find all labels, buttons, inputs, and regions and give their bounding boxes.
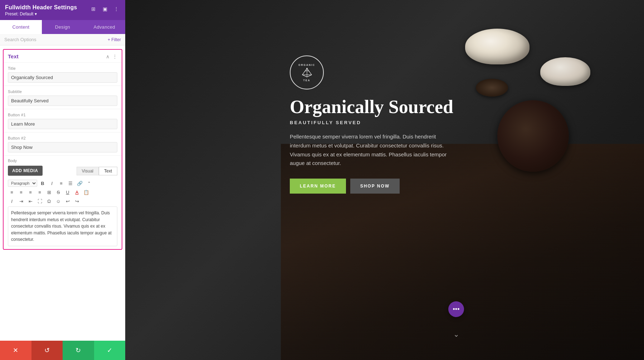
button1-field-group: Button #1 (4, 109, 122, 132)
search-bar: + Filter (0, 34, 125, 45)
preview-title: Organically Sourced (290, 97, 454, 117)
tea-pile-small (476, 79, 508, 97)
indent-button[interactable]: ⇥ (17, 197, 25, 205)
preview-buttons: LEARN MORE SHOP NOW (290, 179, 454, 194)
toolbar-row-3: I ⇥ ⇤ ⛶ Ω ☺ ↩ ↪ (8, 197, 117, 205)
toolbar-row-2: ≡ ≡ ≡ ≡ ⊞ S U A 📋 (8, 188, 117, 196)
subtitle-field-group: Subtitle (4, 86, 122, 109)
preview-body-text: Pellentesque semper viverra lorem vel fr… (290, 132, 454, 168)
undo-button[interactable]: ↺ (31, 341, 63, 360)
italic2-button[interactable]: I (8, 197, 16, 205)
section-more-icon[interactable]: ⋮ (112, 54, 117, 59)
cancel-button[interactable]: ✕ (0, 341, 31, 360)
strikethrough-button[interactable]: S (54, 188, 62, 196)
panel-header-icons: ⊞ ▣ ⋮ (89, 5, 120, 13)
preset-label[interactable]: Preset: Default ▾ (5, 11, 77, 16)
paragraph-select[interactable]: Paragraph (8, 180, 37, 187)
special-chars-button[interactable]: Ω (45, 197, 53, 205)
text-color-button[interactable]: A (73, 188, 81, 196)
logo-circle: ORGANIC TEA (290, 55, 324, 89)
underline-button[interactable]: U (64, 188, 72, 196)
button2-label: Button #2 (8, 136, 117, 140)
logo-leaf-icon (299, 67, 314, 78)
more-options-icon[interactable]: ⋮ (112, 5, 120, 13)
panel-header: Fullwidth Header Settings Preset: Defaul… (0, 0, 125, 20)
panel-header-left: Fullwidth Header Settings Preset: Defaul… (5, 4, 77, 16)
title-input[interactable] (8, 72, 117, 83)
redo-editor-button[interactable]: ↪ (73, 197, 81, 205)
button1-input[interactable] (8, 119, 117, 129)
table-button[interactable]: ⊞ (45, 188, 53, 196)
subtitle-input[interactable] (8, 96, 117, 106)
text-section: Text ∧ ⋮ Title Subtitle Button #1 (3, 49, 122, 250)
outdent-button[interactable]: ⇤ (26, 197, 34, 205)
blockquote-button[interactable]: " (85, 179, 93, 187)
shop-now-button[interactable]: SHOP NOW (350, 179, 400, 194)
link-button[interactable]: 🔗 (76, 179, 84, 187)
ordered-list-button[interactable]: ☰ (67, 179, 74, 187)
tab-content[interactable]: Content (0, 20, 42, 34)
align-justify-button[interactable]: ≡ (36, 188, 44, 196)
settings-panel: Fullwidth Header Settings Preset: Defaul… (0, 0, 125, 360)
editor-mode-tabs: Visual Text (77, 167, 117, 175)
body-editor-section: Body ADD MEDIA Visual Text Paragraph B I… (4, 156, 122, 249)
button1-label: Button #1 (8, 113, 117, 117)
panel-content: Text ∧ ⋮ Title Subtitle Button #1 (0, 45, 125, 341)
filter-button[interactable]: + Filter (108, 37, 121, 42)
panel-bottom-bar: ✕ ↺ ↻ ✓ (0, 341, 125, 360)
preview-content: Organically Sourced BEAUTIFULLY SERVED P… (290, 97, 454, 194)
panel-tabs: Content Design Advanced (0, 20, 125, 34)
text-section-controls: ∧ ⋮ (106, 54, 117, 59)
text-mode-btn[interactable]: Text (99, 167, 117, 175)
undo-editor-button[interactable]: ↩ (64, 197, 72, 205)
logo-text-top: ORGANIC (298, 64, 315, 66)
scroll-down-icon[interactable]: ⌄ (453, 330, 459, 339)
settings-icon[interactable]: ⊞ (89, 5, 97, 13)
tab-advanced[interactable]: Advanced (83, 20, 125, 34)
subtitle-label: Subtitle (8, 89, 117, 94)
search-input[interactable] (4, 37, 106, 42)
italic-button[interactable]: I (48, 179, 56, 187)
add-media-button[interactable]: ADD MEDIA (8, 166, 43, 176)
toolbar-row-1: Paragraph B I ≡ ☰ 🔗 " (8, 179, 117, 187)
svg-point-0 (306, 68, 307, 69)
title-field-group: Title (4, 63, 122, 86)
tab-design[interactable]: Design (42, 20, 84, 34)
title-label: Title (8, 66, 117, 70)
visual-mode-btn[interactable]: Visual (77, 167, 99, 175)
preview-area: ORGANIC TEA Organically Sourced BEAUTIFU… (125, 0, 644, 360)
align-right-button[interactable]: ≡ (26, 188, 34, 196)
bold-button[interactable]: B (39, 179, 47, 187)
paste-button[interactable]: 📋 (82, 188, 90, 196)
tea-bowl-small (540, 57, 590, 86)
emoji-button[interactable]: ☺ (54, 197, 62, 205)
preview-subtitle: BEAUTIFULLY SERVED (290, 120, 454, 125)
button2-input[interactable] (8, 142, 117, 152)
text-section-header: Text ∧ ⋮ (4, 50, 122, 63)
editor-body[interactable]: Pellentesque semper viverra lorem vel fr… (8, 206, 117, 246)
collapse-icon[interactable]: ∧ (106, 54, 109, 59)
learn-more-button[interactable]: LEARN MORE (290, 179, 346, 194)
align-left-button[interactable]: ≡ (8, 188, 16, 196)
tea-bowl-large (465, 29, 530, 64)
save-button[interactable]: ✓ (94, 341, 126, 360)
text-section-title: Text (8, 53, 19, 59)
button2-field-group: Button #2 (4, 132, 122, 156)
floating-action-button[interactable]: ••• (448, 301, 464, 317)
logo-text-bottom: TEA (303, 79, 311, 82)
tea-pile-large (497, 100, 569, 172)
panel-title: Fullwidth Header Settings (5, 4, 77, 11)
body-label: Body (8, 159, 117, 163)
align-center-button[interactable]: ≡ (17, 188, 25, 196)
fullscreen-button[interactable]: ⛶ (36, 197, 44, 205)
layout-icon[interactable]: ▣ (101, 5, 109, 13)
redo-button[interactable]: ↻ (63, 341, 94, 360)
unordered-list-button[interactable]: ≡ (57, 179, 65, 187)
